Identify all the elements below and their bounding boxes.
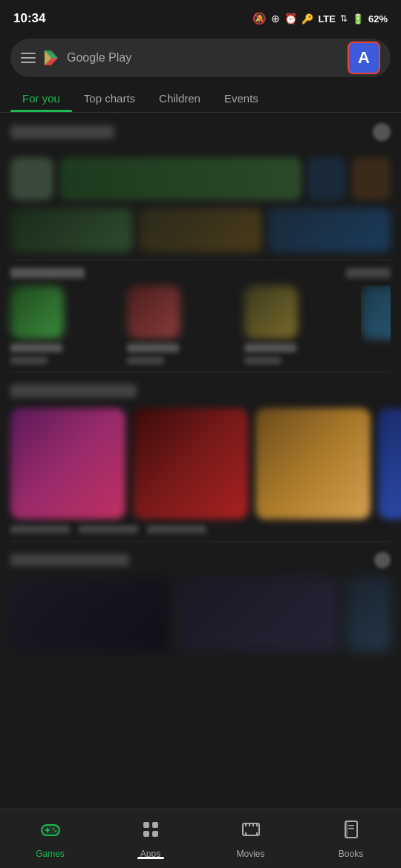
section-title bbox=[10, 125, 114, 139]
signal-label: LTE bbox=[318, 13, 336, 24]
app-row-section bbox=[0, 260, 401, 372]
alarm-icon: ⏰ bbox=[284, 13, 297, 24]
books-label: Books bbox=[339, 849, 363, 859]
suggested-title bbox=[10, 384, 137, 398]
main-content bbox=[0, 113, 401, 796]
app-item bbox=[127, 286, 235, 364]
app-item bbox=[361, 286, 391, 364]
nav-item-apps[interactable]: Apps bbox=[100, 819, 200, 859]
svg-rect-8 bbox=[143, 822, 149, 828]
menu-button[interactable] bbox=[21, 53, 36, 63]
games-label: Games bbox=[36, 849, 65, 859]
section-link bbox=[346, 268, 391, 278]
section-title-2 bbox=[10, 268, 85, 278]
bottom-nav: Games Apps Movies bbox=[0, 809, 401, 868]
nav-tabs: For you Top charts Children Events bbox=[0, 83, 401, 113]
nav-item-books[interactable]: Books bbox=[301, 819, 401, 859]
apps-icon bbox=[140, 819, 161, 845]
games-icon bbox=[40, 819, 61, 845]
battery-percent: 62% bbox=[368, 13, 388, 24]
search-placeholder: Google Play bbox=[67, 51, 340, 65]
svg-rect-13 bbox=[245, 823, 247, 826]
movies-label: Movies bbox=[236, 849, 264, 859]
section-arrow-icon bbox=[373, 123, 391, 141]
suggested-section bbox=[0, 372, 401, 541]
svg-point-6 bbox=[54, 830, 56, 832]
suggested-app-card bbox=[10, 408, 125, 519]
nav-item-games[interactable]: Games bbox=[0, 819, 100, 859]
svg-rect-21 bbox=[348, 825, 354, 826]
featured-section bbox=[0, 113, 401, 252]
notification-off-icon: 🔕 bbox=[252, 12, 267, 25]
play-logo bbox=[43, 50, 59, 66]
avatar-letter: A bbox=[358, 48, 370, 68]
suggested-app-card bbox=[133, 408, 248, 519]
svg-rect-9 bbox=[152, 822, 158, 828]
search-bar[interactable]: Google Play A bbox=[10, 39, 391, 77]
bottom-section bbox=[0, 542, 401, 651]
books-icon bbox=[341, 819, 362, 845]
svg-rect-10 bbox=[143, 831, 149, 837]
svg-rect-22 bbox=[348, 828, 354, 829]
movies-icon bbox=[241, 819, 261, 845]
status-time: 10:34 bbox=[13, 11, 45, 26]
nav-item-movies[interactable]: Movies bbox=[200, 819, 301, 859]
tab-events[interactable]: Events bbox=[212, 83, 270, 112]
svg-rect-14 bbox=[249, 823, 250, 826]
svg-rect-16 bbox=[256, 823, 258, 826]
app-item bbox=[10, 286, 118, 364]
svg-rect-18 bbox=[256, 832, 258, 835]
account-avatar[interactable]: A bbox=[348, 42, 380, 74]
tab-children[interactable]: Children bbox=[147, 83, 212, 112]
svg-rect-11 bbox=[152, 831, 158, 837]
suggested-app-card bbox=[255, 408, 371, 519]
key-icon: 🔑 bbox=[301, 13, 313, 24]
status-icons: 🔕 ⊕ ⏰ 🔑 LTE ⇅ 🔋 62% bbox=[252, 12, 388, 25]
tab-top-charts[interactable]: Top charts bbox=[72, 83, 147, 112]
app-item bbox=[244, 286, 352, 364]
svg-rect-17 bbox=[245, 832, 247, 835]
suggested-app-card bbox=[378, 408, 401, 519]
tab-for-you[interactable]: For you bbox=[10, 83, 72, 112]
svg-rect-20 bbox=[345, 821, 348, 838]
svg-rect-4 bbox=[42, 825, 59, 835]
battery-arrows-icon: ⇅ bbox=[340, 13, 348, 24]
battery-icon: 🔋 bbox=[352, 13, 364, 24]
svg-point-5 bbox=[52, 828, 53, 829]
status-bar: 10:34 🔕 ⊕ ⏰ 🔑 LTE ⇅ 🔋 62% bbox=[0, 0, 401, 34]
svg-rect-15 bbox=[252, 823, 254, 826]
location-icon: ⊕ bbox=[271, 13, 280, 24]
